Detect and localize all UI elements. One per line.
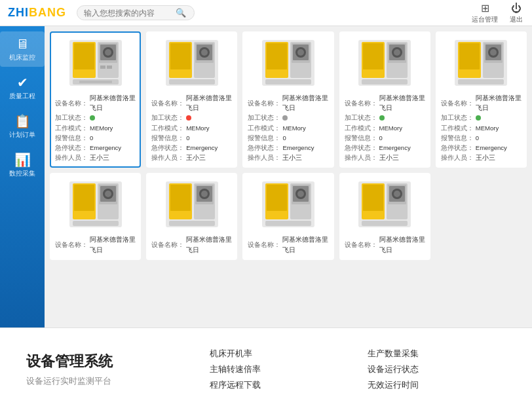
machine-card-2[interactable]: 设备名称：阿基米德普洛里飞日 加工状态： 工作模式：MEMory 报警信息：0 …: [146, 31, 237, 168]
machine-card-5[interactable]: 设备名称：阿基米德普洛里飞日 加工状态： 工作模式：MEMory 报警信息：0 …: [436, 31, 527, 168]
svg-rect-29: [265, 79, 311, 84]
svg-point-37: [394, 49, 400, 56]
sidebar-machine-label: 机床监控: [9, 54, 35, 62]
platform-icon: ⊞: [477, 2, 493, 15]
svg-rect-65: [169, 221, 215, 226]
machine-card-8[interactable]: 设备名称：阿基米德普洛里飞日: [242, 173, 333, 259]
sidebar-item-plan-order[interactable]: 📋 计划订单: [0, 108, 45, 144]
search-icon: 🔍: [176, 8, 186, 18]
machine-image-1: [55, 37, 136, 89]
device-name-val-2: 阿基米德普洛里飞日: [186, 93, 232, 113]
feature-idle-time: 无效运行时间: [368, 379, 506, 391]
feature-machine-rate: 机床开机率: [210, 348, 348, 360]
svg-rect-11: [79, 81, 112, 83]
bottom-panel: 设备管理系统 设备运行实时监测平台 机床开机率 生产数量采集 主轴转速倍率 设备…: [0, 327, 532, 410]
machine-card-4[interactable]: 设备名称：阿基米德普洛里飞日 加工状态： 工作模式：MEMory 报警信息：0 …: [339, 31, 430, 168]
machine-image-2: [151, 37, 232, 89]
bottom-subtitle: 设备运行实时监测平台: [26, 375, 170, 387]
machine-card-9[interactable]: 设备名称：阿基米德普洛里飞日: [339, 173, 430, 259]
machine-image-8: [248, 178, 328, 231]
device-name-val-1: 阿基米德普洛里飞日: [90, 93, 136, 113]
svg-point-28: [297, 49, 304, 56]
content-area: 设备名称：阿基米德普洛里飞日 加工状态： 工作模式：MEMory 报警信息：0 …: [45, 26, 532, 327]
work-mode-label-1: 工作模式：: [55, 123, 88, 133]
work-status-label-1: 加工状态：: [55, 113, 88, 122]
svg-rect-83: [362, 221, 408, 226]
sidebar-item-quality-project[interactable]: ✔ 质量工程: [0, 69, 45, 105]
main-container: 🖥 机床监控 ✔ 质量工程 📋 计划订单 📊 数控采集: [0, 26, 532, 327]
header-right: ⊞ 运台管理 ⏻ 退出: [472, 2, 524, 24]
svg-point-7: [105, 49, 111, 56]
machine-image-3: [248, 37, 328, 89]
bottom-features: 机床开机率 生产数量采集 主轴转速倍率 设备运行状态 程序远程下载 无效运行时间: [170, 348, 506, 391]
emergency-val-1: Emergency: [90, 143, 121, 153]
svg-point-73: [297, 191, 304, 197]
work-mode-val-1: MEMory: [90, 123, 113, 133]
svg-rect-38: [362, 79, 408, 84]
svg-rect-56: [73, 221, 119, 226]
exit-label: 退出: [510, 15, 523, 24]
feature-remote-download: 程序远程下载: [210, 379, 348, 391]
sidebar-plan-label: 计划订单: [9, 131, 35, 139]
alerts-val-1: 0: [90, 133, 93, 143]
machine-card-7[interactable]: 设备名称：阿基米德普洛里飞日: [146, 173, 237, 259]
svg-rect-32: [363, 43, 383, 69]
search-input[interactable]: [84, 9, 176, 18]
svg-point-82: [394, 191, 400, 197]
alerts-label-1: 报警信息：: [55, 133, 88, 143]
machine-image-4: [345, 37, 425, 89]
status-dot-2: [186, 115, 191, 121]
sidebar-item-cnc-collect[interactable]: 📊 数控采集: [0, 147, 45, 183]
svg-rect-74: [265, 221, 311, 226]
plan-icon: 📋: [14, 113, 31, 129]
work-mode-val-2: MEMory: [186, 123, 209, 133]
search-bar[interactable]: 🔍: [77, 5, 195, 20]
logo-bang: BANG: [29, 6, 66, 19]
operator-val-1: 王小三: [90, 153, 109, 162]
svg-rect-59: [170, 185, 191, 211]
card-info-7: 设备名称：阿基米德普洛里飞日: [151, 234, 232, 254]
svg-rect-8: [100, 65, 105, 69]
machine-monitor-icon: 🖥: [16, 37, 29, 52]
svg-rect-68: [267, 185, 287, 211]
svg-rect-23: [267, 43, 287, 69]
cnc-icon: 📊: [14, 152, 31, 168]
feature-device-status: 设备运行状态: [368, 363, 506, 375]
logo-zhi: ZHI: [8, 6, 29, 19]
feature-production-collect: 生产数量采集: [368, 348, 506, 360]
machine-card-1[interactable]: 设备名称：阿基米德普洛里飞日 加工状态： 工作模式：MEMory 报警信息：0 …: [50, 31, 141, 168]
machine-image-7: [151, 178, 232, 231]
logo: ZHIBANG: [8, 6, 66, 20]
sidebar: 🖥 机床监控 ✔ 质量工程 📋 计划订单 📊 数控采集: [0, 26, 45, 327]
device-name-label: 设备名称：: [55, 98, 88, 108]
svg-rect-77: [363, 185, 383, 211]
svg-rect-14: [170, 43, 191, 69]
status-dot-4: [379, 115, 385, 121]
operator-label-1: 操作人员：: [55, 153, 88, 162]
machine-card-6[interactable]: 设备名称：阿基米德普洛里飞日: [50, 173, 141, 259]
svg-point-19: [201, 49, 208, 56]
card-info-3: 设备名称：阿基米德普洛里飞日 加工状态： 工作模式：MEMory 报警信息：0 …: [248, 93, 328, 162]
status-dot-1: [90, 115, 95, 121]
platform-button[interactable]: ⊞ 运台管理: [472, 2, 498, 24]
svg-point-55: [105, 191, 111, 197]
svg-point-64: [201, 191, 208, 197]
emergency-label-1: 急停状态：: [55, 143, 88, 153]
sidebar-item-machine-monitor[interactable]: 🖥 机床监控: [0, 31, 45, 67]
svg-rect-2: [74, 43, 94, 69]
feature-spindle-rate: 主轴转速倍率: [210, 363, 348, 375]
svg-rect-47: [458, 79, 504, 84]
status-dot-5: [476, 115, 481, 121]
svg-rect-9: [107, 65, 112, 69]
card-info-6: 设备名称：阿基米德普洛里飞日: [55, 234, 136, 254]
machine-card-3[interactable]: 设备名称：阿基米德普洛里飞日 加工状态： 工作模式：MEMory 报警信息：0 …: [242, 31, 333, 168]
status-dot-3: [282, 115, 288, 121]
exit-button[interactable]: ⏻ 退出: [508, 2, 524, 24]
exit-icon: ⏻: [508, 2, 524, 15]
sidebar-quality-label: 质量工程: [9, 92, 35, 100]
platform-label: 运台管理: [472, 15, 498, 24]
card-info-1: 设备名称：阿基米德普洛里飞日 加工状态： 工作模式：MEMory 报警信息：0 …: [55, 93, 136, 162]
card-info-4: 设备名称：阿基米德普洛里飞日 加工状态： 工作模式：MEMory 报警信息：0 …: [345, 93, 425, 162]
svg-point-46: [490, 49, 497, 56]
svg-rect-41: [459, 43, 480, 69]
